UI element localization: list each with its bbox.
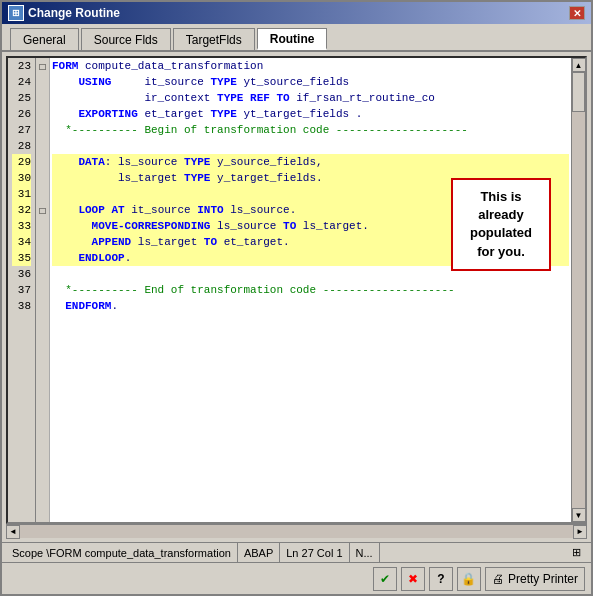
code-line-24: USING it_source TYPE yt_source_fields <box>52 74 569 90</box>
code-line-27: *---------- Begin of transformation code… <box>52 122 569 138</box>
toolbar-bar: ✔ ✖ ? 🔒 🖨 Pretty Printer <box>2 562 591 594</box>
code-line-28 <box>52 138 569 154</box>
horizontal-scrollbar[interactable]: ◄ ► <box>6 524 587 538</box>
line-num-35: 35 <box>12 250 31 266</box>
line-num-29: 29 <box>12 154 31 170</box>
fold-26 <box>36 106 49 122</box>
fold-34 <box>36 234 49 250</box>
line-num-25: 25 <box>12 90 31 106</box>
status-lang: ABAP <box>238 543 280 562</box>
help-button[interactable]: ? <box>429 567 453 591</box>
line-num-31: 31 <box>12 186 31 202</box>
code-line-23: FORM compute_data_transformation <box>52 58 569 74</box>
line-num-26: 26 <box>12 106 31 122</box>
tab-general[interactable]: General <box>10 28 79 50</box>
code-line-38: ENDFORM. <box>52 298 569 314</box>
line-num-24: 24 <box>12 74 31 90</box>
tooltip-box: This is already populated for you. <box>451 178 551 271</box>
scroll-down-button[interactable]: ▼ <box>572 508 586 522</box>
code-area[interactable]: FORM compute_data_transformation USING i… <box>50 58 571 522</box>
status-icon: ⊞ <box>566 543 587 562</box>
line-num-32: 32 <box>12 202 31 218</box>
close-button[interactable]: ✕ <box>569 6 585 20</box>
window-icon: ⊞ <box>8 5 24 21</box>
scroll-right-button[interactable]: ► <box>573 525 587 539</box>
tabs-bar: General Source Flds TargetFlds Routine <box>2 24 591 52</box>
fold-column: □ □ <box>36 58 50 522</box>
line-num-34: 34 <box>12 234 31 250</box>
line-num-33: 33 <box>12 218 31 234</box>
main-area: 23 24 25 26 27 28 29 30 31 32 33 34 35 3… <box>2 52 591 542</box>
code-line-37: *---------- End of transformation code -… <box>52 282 569 298</box>
fold-30 <box>36 170 49 186</box>
editor-container: 23 24 25 26 27 28 29 30 31 32 33 34 35 3… <box>6 56 587 524</box>
fold-33 <box>36 218 49 234</box>
fold-24 <box>36 74 49 90</box>
status-scope: Scope \FORM compute_data_transformation <box>6 543 238 562</box>
fold-27 <box>36 122 49 138</box>
code-line-26: EXPORTING et_target TYPE yt_target_field… <box>52 106 569 122</box>
fold-25 <box>36 90 49 106</box>
line-numbers: 23 24 25 26 27 28 29 30 31 32 33 34 35 3… <box>8 58 36 522</box>
line-num-36: 36 <box>12 266 31 282</box>
code-line-25: ir_context TYPE REF TO if_rsan_rt_routin… <box>52 90 569 106</box>
lock-icon[interactable]: 🔒 <box>457 567 481 591</box>
status-position: Ln 27 Col 1 <box>280 543 349 562</box>
code-line-29: DATA: ls_source TYPE y_source_fields, <box>52 154 569 170</box>
title-bar-left: ⊞ Change Routine <box>8 5 120 21</box>
line-num-38: 38 <box>12 298 31 314</box>
window-title: Change Routine <box>28 6 120 20</box>
line-num-27: 27 <box>12 122 31 138</box>
vertical-scrollbar[interactable]: ▲ ▼ <box>571 58 585 522</box>
printer-icon: 🖨 <box>492 572 504 586</box>
fold-28 <box>36 138 49 154</box>
pretty-printer-button[interactable]: 🖨 Pretty Printer <box>485 567 585 591</box>
line-num-23: 23 <box>12 58 31 74</box>
fold-37 <box>36 282 49 298</box>
scroll-track-h[interactable] <box>20 525 573 538</box>
status-extra: N... <box>350 543 380 562</box>
tab-source-flds[interactable]: Source Flds <box>81 28 171 50</box>
status-bar: Scope \FORM compute_data_transformation … <box>2 542 591 562</box>
tab-target-flds[interactable]: TargetFlds <box>173 28 255 50</box>
check-button[interactable]: ✔ <box>373 567 397 591</box>
line-num-37: 37 <box>12 282 31 298</box>
fold-35 <box>36 250 49 266</box>
fold-32[interactable]: □ <box>36 202 49 218</box>
change-routine-window: ⊞ Change Routine ✕ General Source Flds T… <box>0 0 593 596</box>
fold-36 <box>36 266 49 282</box>
pretty-printer-label: Pretty Printer <box>508 572 578 586</box>
fold-23[interactable]: □ <box>36 58 49 74</box>
scroll-thumb-v[interactable] <box>572 72 585 112</box>
scroll-up-button[interactable]: ▲ <box>572 58 586 72</box>
fold-29 <box>36 154 49 170</box>
fold-38 <box>36 298 49 314</box>
title-bar: ⊞ Change Routine ✕ <box>2 2 591 24</box>
stop-button[interactable]: ✖ <box>401 567 425 591</box>
scroll-track-v[interactable] <box>572 72 585 508</box>
tab-routine[interactable]: Routine <box>257 28 328 50</box>
line-num-30: 30 <box>12 170 31 186</box>
line-num-28: 28 <box>12 138 31 154</box>
scroll-left-button[interactable]: ◄ <box>6 525 20 539</box>
fold-31 <box>36 186 49 202</box>
